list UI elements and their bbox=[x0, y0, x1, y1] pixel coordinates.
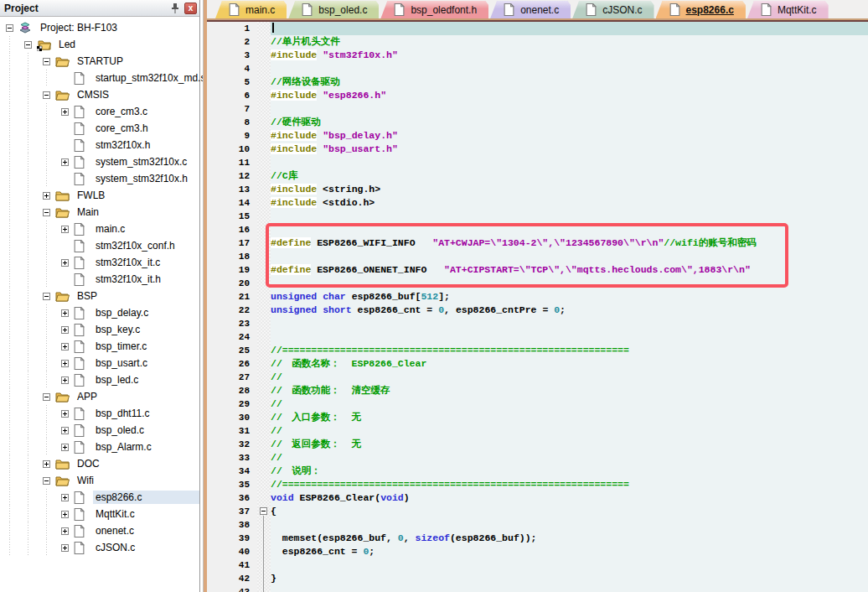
tree-item-led[interactable]: Led bbox=[0, 36, 199, 53]
tab-onenet-c[interactable]: onenet.c bbox=[490, 1, 571, 18]
tree-item-bsp-dht11-c[interactable]: bsp_dht11.c bbox=[0, 405, 199, 422]
code-text[interactable]: // 入口参数： 无 bbox=[271, 411, 868, 424]
code-text[interactable]: esp8266_cnt = 0; bbox=[271, 545, 868, 558]
tab-cjson-c[interactable]: cJSON.c bbox=[572, 1, 654, 18]
collapse-icon[interactable] bbox=[24, 41, 32, 49]
code-text[interactable]: // bbox=[271, 397, 868, 411]
code-text[interactable]: memset(esp8266_buf, 0, sizeof(esp8266_bu… bbox=[271, 532, 868, 545]
expand-icon[interactable] bbox=[61, 410, 69, 418]
expand-icon[interactable] bbox=[61, 494, 69, 501]
tree-item-bsp-delay-c[interactable]: bsp_delay.c bbox=[0, 304, 199, 321]
collapse-icon[interactable] bbox=[43, 91, 50, 99]
code-text[interactable] bbox=[271, 277, 868, 290]
tree-item-doc[interactable]: DOC bbox=[0, 455, 199, 472]
tree-item-bsp-key-c[interactable]: bsp_key.c bbox=[0, 321, 199, 338]
expand-icon[interactable] bbox=[61, 427, 69, 434]
tree-item-app[interactable]: APP bbox=[0, 388, 199, 405]
code-text[interactable]: #include "esp8266.h" bbox=[271, 89, 868, 102]
tree-item-bsp-alarm-c[interactable]: bsp_Alarm.c bbox=[0, 439, 199, 455]
tree-item-startup[interactable]: STARTUP bbox=[0, 53, 199, 70]
tab-bsp-oledfont-h[interactable]: bsp_oledfont.h bbox=[380, 1, 488, 18]
collapse-icon[interactable] bbox=[43, 209, 50, 216]
code-text[interactable] bbox=[271, 223, 868, 236]
tree-item-wifi[interactable]: Wifi bbox=[0, 472, 199, 489]
tab-esp8266-c[interactable]: esp8266.c bbox=[656, 1, 746, 18]
code-text[interactable]: //网络设备驱动 bbox=[271, 75, 868, 89]
code-text[interactable]: // 返回参数： 无 bbox=[271, 438, 868, 451]
code-text[interactable] bbox=[271, 330, 868, 344]
tab-mqttkit-c[interactable]: MqttKit.c bbox=[747, 1, 829, 18]
tree-item-stm32f10x-it-h[interactable]: stm32f10x_it.h bbox=[0, 271, 199, 288]
tree-item-esp8266-c[interactable]: esp8266.c bbox=[0, 489, 199, 506]
tree-item-cmsis[interactable]: CMSIS bbox=[0, 86, 199, 103]
expand-icon[interactable] bbox=[61, 527, 69, 535]
pin-icon[interactable] bbox=[169, 3, 181, 14]
tree-item-main[interactable]: Main bbox=[0, 204, 199, 221]
expand-icon[interactable] bbox=[61, 444, 69, 451]
code-text[interactable]: unsigned char esp8266_buf[512]; bbox=[271, 290, 868, 304]
expand-icon[interactable] bbox=[61, 259, 69, 267]
code-text[interactable]: // 函数功能： 清空缓存 bbox=[271, 384, 868, 397]
code-text[interactable]: //硬件驱动 bbox=[271, 116, 868, 129]
code-text[interactable] bbox=[271, 62, 868, 75]
tree-item-main-c[interactable]: main.c bbox=[0, 221, 199, 237]
tree-item-fwlb[interactable]: FWLB bbox=[0, 187, 199, 204]
tree-item-system-stm32f10x-c[interactable]: system_stm32f10x.c bbox=[0, 153, 199, 170]
code-text[interactable]: #define ESP8266_ONENET_INFO "AT+CIPSTART… bbox=[271, 263, 868, 277]
close-icon[interactable]: x bbox=[184, 3, 197, 14]
code-text[interactable]: #include "bsp_delay.h" bbox=[271, 129, 868, 143]
code-text[interactable] bbox=[271, 558, 868, 572]
tree-item-system-stm32f10x-h[interactable]: system_stm32f10x.h bbox=[0, 170, 199, 187]
code-text[interactable] bbox=[271, 317, 868, 330]
tab-main-c[interactable]: main.c bbox=[215, 1, 287, 18]
tree-item-core-cm3-h[interactable]: core_cm3.h bbox=[0, 120, 199, 137]
code-view[interactable]: 12//单片机头文件3#include "stm32f10x.h"45//网络设… bbox=[207, 22, 868, 592]
tree-item-project-bh-f103[interactable]: Project: BH-F103 bbox=[0, 19, 199, 36]
expand-icon[interactable] bbox=[61, 108, 69, 116]
tree-item-cjson-c[interactable]: cJSON.c bbox=[0, 539, 199, 556]
collapse-icon[interactable] bbox=[43, 293, 50, 300]
tree-item-bsp-timer-c[interactable]: bsp_timer.c bbox=[0, 338, 199, 355]
expand-icon[interactable] bbox=[61, 326, 69, 334]
code-text[interactable]: #include <string.h> bbox=[271, 183, 868, 196]
code-text[interactable]: #include "bsp_usart.h" bbox=[271, 143, 868, 156]
tree-item-startup-stm32f10x-md-s[interactable]: startup_stm32f10x_md.s bbox=[0, 70, 199, 86]
collapse-icon[interactable] bbox=[43, 58, 50, 65]
code-text[interactable]: // 说明： bbox=[271, 465, 868, 478]
fold-collapse-icon[interactable] bbox=[260, 507, 267, 515]
tree-item-stm32f10x-it-c[interactable]: stm32f10x_it.c bbox=[0, 254, 199, 271]
code-text[interactable]: // bbox=[271, 451, 868, 465]
code-text[interactable]: //======================================… bbox=[271, 344, 868, 357]
expand-icon[interactable] bbox=[61, 309, 69, 317]
code-text[interactable] bbox=[271, 210, 868, 223]
collapse-icon[interactable] bbox=[6, 24, 13, 32]
expand-icon[interactable] bbox=[61, 158, 69, 166]
code-text[interactable]: void ESP8266_Clear(void) bbox=[271, 491, 868, 505]
expand-icon[interactable] bbox=[43, 192, 50, 200]
expand-icon[interactable] bbox=[43, 460, 50, 468]
collapse-icon[interactable] bbox=[43, 477, 50, 485]
tree-item-onenet-c[interactable]: onenet.c bbox=[0, 522, 199, 539]
tab-bsp-oled-c[interactable]: bsp_oled.c bbox=[288, 1, 379, 18]
code-text[interactable]: //======================================… bbox=[271, 478, 868, 491]
code-text[interactable]: // 函数名称： ESP8266_Clear bbox=[271, 357, 868, 371]
code-text[interactable] bbox=[271, 22, 868, 35]
expand-icon[interactable] bbox=[61, 360, 69, 367]
code-text[interactable]: #define ESP8266_WIFI_INFO "AT+CWJAP=\"13… bbox=[271, 236, 868, 250]
code-text[interactable] bbox=[271, 518, 868, 532]
code-text[interactable]: // bbox=[271, 424, 868, 438]
tree-item-bsp-oled-c[interactable]: bsp_oled.c bbox=[0, 422, 199, 439]
code-text[interactable] bbox=[271, 156, 868, 169]
tree-item-bsp-usart-c[interactable]: bsp_usart.c bbox=[0, 355, 199, 371]
expand-icon[interactable] bbox=[61, 343, 69, 351]
code-text[interactable]: #include "stm32f10x.h" bbox=[271, 49, 868, 62]
tree-item-stm32f10x-h[interactable]: stm32f10x.h bbox=[0, 137, 199, 153]
code-text[interactable] bbox=[271, 585, 868, 592]
tree-item-mqttkit-c[interactable]: MqttKit.c bbox=[0, 506, 199, 522]
code-text[interactable] bbox=[271, 250, 868, 263]
collapse-icon[interactable] bbox=[43, 393, 50, 401]
expand-icon[interactable] bbox=[61, 544, 69, 552]
tree-item-stm32f10x-conf-h[interactable]: stm32f10x_conf.h bbox=[0, 237, 199, 254]
code-text[interactable]: { bbox=[271, 505, 868, 518]
code-text[interactable]: //单片机头文件 bbox=[271, 35, 868, 49]
